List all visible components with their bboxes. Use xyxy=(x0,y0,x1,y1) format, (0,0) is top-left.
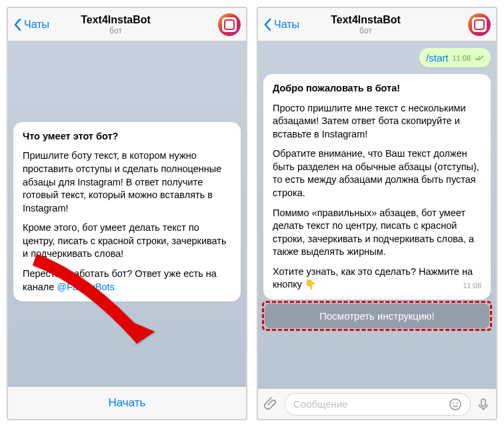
message-input-bar: Сообщение xyxy=(258,388,496,419)
msg-p2: Обратите внимание, что Ваш текст должен … xyxy=(273,147,481,199)
attachment-icon[interactable] xyxy=(263,396,279,412)
header-title-wrap[interactable]: Text4InstaBot бот xyxy=(263,14,468,35)
msg-p1: Просто пришлите мне текст с несколькими … xyxy=(273,102,481,141)
inline-button-instruction[interactable]: Посмотреть инструкцию! xyxy=(265,304,489,328)
input-placeholder: Сообщение xyxy=(293,398,348,410)
chat-header: Чаты Text4InstaBot бот xyxy=(258,8,496,41)
msg-time: 11:08 xyxy=(452,54,471,62)
chat-header: Чаты Text4InstaBot бот xyxy=(8,8,246,41)
bot-info-bubble: Что умеет этот бот? Пришлите боту текст,… xyxy=(13,122,241,302)
avatar[interactable] xyxy=(468,13,491,36)
microphone-icon[interactable] xyxy=(476,397,491,412)
msg-time: 11:08 xyxy=(463,281,481,291)
read-checkmarks-icon xyxy=(475,55,484,61)
phone-screenshot-2: Чаты Text4InstaBot бот /start 11:08 Добр… xyxy=(257,7,497,420)
chat-body[interactable]: Что умеет этот бот? Пришлите боту текст,… xyxy=(8,41,246,386)
msg-p4: Хотите узнать, как это сделать? Нажмите … xyxy=(273,266,481,292)
outgoing-message[interactable]: /start 11:08 xyxy=(419,48,491,67)
instagram-icon xyxy=(472,17,487,32)
chat-title: Text4InstaBot xyxy=(13,14,218,26)
svg-rect-3 xyxy=(481,399,485,406)
instagram-icon xyxy=(222,17,237,32)
msg-p2: Кроме этого, бот умеет делать текст по ц… xyxy=(23,222,231,261)
svg-point-1 xyxy=(453,402,454,404)
msg-heading: Добро пожаловать в бота! xyxy=(273,82,481,95)
msg-heading: Что умеет этот бот? xyxy=(23,130,231,143)
chat-subtitle: бот xyxy=(13,26,218,35)
svg-point-0 xyxy=(450,399,461,410)
msg-p3: Перестал работать бот? Ответ уже есть на… xyxy=(23,268,231,294)
incoming-message[interactable]: Добро пожаловать в бота! Просто пришлите… xyxy=(263,74,491,300)
chat-subtitle: бот xyxy=(263,26,468,35)
sticker-icon[interactable] xyxy=(449,398,462,411)
chat-body[interactable]: /start 11:08 Добро пожаловать в бота! Пр… xyxy=(258,41,496,388)
header-title-wrap[interactable]: Text4InstaBot бот xyxy=(13,14,218,35)
chat-title: Text4InstaBot xyxy=(263,14,468,26)
msg-p1: Пришлите боту текст, в котором нужно про… xyxy=(23,149,231,215)
point-down-emoji: 👇 xyxy=(305,279,316,290)
start-button[interactable]: Начать xyxy=(8,386,246,419)
avatar[interactable] xyxy=(218,13,241,36)
phone-screenshot-1: Чаты Text4InstaBot бот Что умеет этот бо… xyxy=(7,7,247,420)
svg-point-2 xyxy=(457,402,458,404)
msg-p3: Помимо «правильных» абзацев, бот умеет д… xyxy=(273,207,481,259)
channel-link[interactable]: @FamilyBots xyxy=(57,282,114,292)
command-text: /start xyxy=(426,52,448,63)
message-input[interactable]: Сообщение xyxy=(285,393,471,416)
